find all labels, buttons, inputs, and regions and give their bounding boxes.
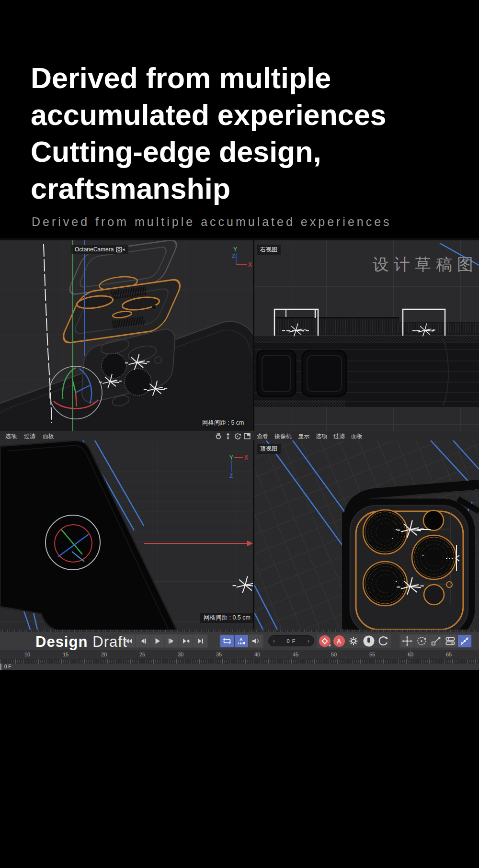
viewport-name-label[interactable]: 右视图 bbox=[257, 245, 281, 255]
autokey-button[interactable]: A bbox=[332, 635, 346, 647]
page-title: Derived from multiple accumulated experi… bbox=[31, 60, 387, 207]
frame-decrement[interactable]: ‹ bbox=[273, 638, 275, 644]
timeline-status-bar: 0 F bbox=[0, 664, 479, 670]
view-tools bbox=[215, 432, 251, 440]
record-scale-button[interactable] bbox=[429, 635, 443, 647]
camera-lens bbox=[102, 353, 126, 378]
svg-text:Z: Z bbox=[232, 253, 235, 259]
title-line-2: accumulated experiences bbox=[31, 97, 387, 134]
title-light: Draft bbox=[92, 633, 127, 650]
viewport-menubar: 选项 过滤 面板 bbox=[0, 431, 479, 440]
dolly-arrows-icon[interactable] bbox=[224, 432, 232, 440]
svg-text:X: X bbox=[248, 261, 252, 268]
rotate-view-icon[interactable] bbox=[234, 432, 241, 440]
menu-item[interactable]: 面板 bbox=[43, 432, 54, 440]
svg-text:X: X bbox=[244, 454, 248, 461]
viewport-top-view[interactable]: 顶视图 bbox=[254, 440, 479, 630]
frame-increment[interactable]: › bbox=[308, 638, 309, 644]
ruler-tick-label: 10 bbox=[22, 652, 33, 657]
keyframe-record-group: A bbox=[317, 634, 361, 648]
playhead-marker[interactable] bbox=[0, 664, 1, 670]
ruler-tick-label: 50 bbox=[328, 652, 340, 657]
right-viewport-menu: 查看 摄像机 显示 选项 过滤 面板 bbox=[257, 431, 363, 441]
keyframe-settings-button[interactable] bbox=[347, 635, 360, 647]
sound-button[interactable] bbox=[249, 635, 262, 647]
svg-text:Y: Y bbox=[233, 246, 237, 253]
page: Derived from multiple accumulated experi… bbox=[0, 0, 479, 868]
svg-text:A: A bbox=[337, 638, 341, 645]
front-view-scene bbox=[0, 440, 253, 630]
menu-item[interactable]: 显示 bbox=[298, 432, 309, 440]
ruler-tick-label: 65 bbox=[443, 652, 455, 657]
loop-button[interactable] bbox=[220, 635, 234, 647]
camera-icon bbox=[116, 247, 125, 253]
frame-value: 0 F bbox=[287, 638, 296, 644]
flash-circle bbox=[423, 510, 444, 530]
playback-toggles: A bbox=[219, 634, 263, 648]
menu-item[interactable]: 过滤 bbox=[333, 432, 345, 440]
menu-item[interactable]: 面板 bbox=[351, 432, 363, 440]
design-draft-title: DesignDraft bbox=[35, 633, 127, 651]
title-bold: Design bbox=[35, 633, 88, 650]
menu-item[interactable]: 选项 bbox=[5, 432, 17, 440]
grid-spacing-label: 网格间距 : 0.5 cm bbox=[200, 613, 253, 623]
record-parameter-button[interactable] bbox=[444, 635, 457, 647]
title-line-1: Derived from multiple bbox=[31, 60, 387, 97]
viewport-right-view[interactable]: 右视图 设计草稿图 bbox=[254, 240, 479, 431]
channel-record-group bbox=[399, 634, 472, 648]
keyframe-track-button[interactable]: A bbox=[235, 635, 248, 647]
ruler-tick-label: 55 bbox=[366, 652, 378, 657]
keyframe-selection-button[interactable] bbox=[362, 635, 376, 647]
grid-spacing-label: 网格间距 : 5 cm bbox=[198, 418, 248, 428]
record-rotation-button[interactable] bbox=[415, 635, 428, 647]
menu-item[interactable]: 选项 bbox=[316, 432, 327, 440]
current-frame-field[interactable]: ‹ 0 F › bbox=[268, 635, 314, 646]
menu-item[interactable]: 摄像机 bbox=[274, 432, 292, 440]
ruler-tick-label: 25 bbox=[137, 652, 148, 657]
ruler-tick-label: 15 bbox=[60, 652, 71, 657]
timeline-ruler[interactable]: 10 15 20 25 30 35 40 45 50 55 60 65 bbox=[0, 650, 479, 659]
c4d-workspace: OctaneCamera Y Z X 网格间距 : 5 cm bbox=[0, 238, 479, 670]
svg-text:A: A bbox=[240, 637, 243, 642]
pan-hand-icon[interactable] bbox=[215, 432, 222, 440]
go-to-end-button[interactable] bbox=[194, 635, 207, 647]
ruler-tick-label: 35 bbox=[213, 652, 225, 657]
current-frame-readout: 0 F bbox=[4, 664, 11, 669]
viewport-front-view[interactable]: Y X Z 网格间距 : 0.5 cm bbox=[0, 440, 253, 630]
viewport-perspective[interactable]: OctaneCamera Y Z X 网格间距 : 5 cm bbox=[0, 240, 253, 431]
key-mode-group bbox=[361, 634, 391, 648]
left-viewport-menu: 选项 过滤 面板 bbox=[5, 431, 54, 441]
menu-item[interactable]: 查看 bbox=[257, 432, 268, 440]
timeline-ticks[interactable] bbox=[0, 659, 479, 664]
play-button[interactable] bbox=[150, 635, 164, 647]
previous-frame-button[interactable] bbox=[136, 635, 149, 647]
ruler-tick-label: 40 bbox=[251, 652, 263, 657]
lidar-circle bbox=[424, 585, 444, 605]
axis-gizmo: Y Z X bbox=[232, 245, 253, 271]
next-key-button[interactable] bbox=[179, 635, 193, 647]
ruler-tick-label: 20 bbox=[98, 652, 110, 657]
transport-controls bbox=[121, 634, 208, 648]
camera-lens bbox=[125, 369, 151, 395]
ruler-tick-label: 45 bbox=[290, 652, 301, 657]
maximize-view-icon[interactable] bbox=[243, 432, 251, 440]
record-position-button[interactable] bbox=[400, 635, 414, 647]
svg-text:Z: Z bbox=[229, 473, 233, 479]
top-view-scene bbox=[254, 440, 479, 630]
title-line-3: Cutting-edge design, bbox=[31, 134, 387, 170]
keyframe-rotation-button[interactable] bbox=[376, 635, 390, 647]
viewport-name-label[interactable]: 顶视图 bbox=[257, 444, 281, 454]
perspective-scene bbox=[0, 240, 253, 431]
record-keyframe-button[interactable] bbox=[318, 635, 331, 647]
title-line-4: craftsmanship bbox=[31, 170, 387, 207]
menu-item[interactable]: 过滤 bbox=[24, 432, 35, 440]
design-draft-watermark: 设计草稿图 bbox=[373, 254, 478, 276]
page-subtitle: Derived from multiple accumulated experi… bbox=[32, 215, 392, 229]
camera-label[interactable]: OctaneCamera bbox=[71, 245, 128, 254]
next-frame-button[interactable] bbox=[165, 635, 178, 647]
axis-gizmo: Y X Z bbox=[228, 454, 253, 481]
record-pla-button[interactable] bbox=[458, 635, 471, 647]
svg-text:Y: Y bbox=[229, 454, 233, 461]
